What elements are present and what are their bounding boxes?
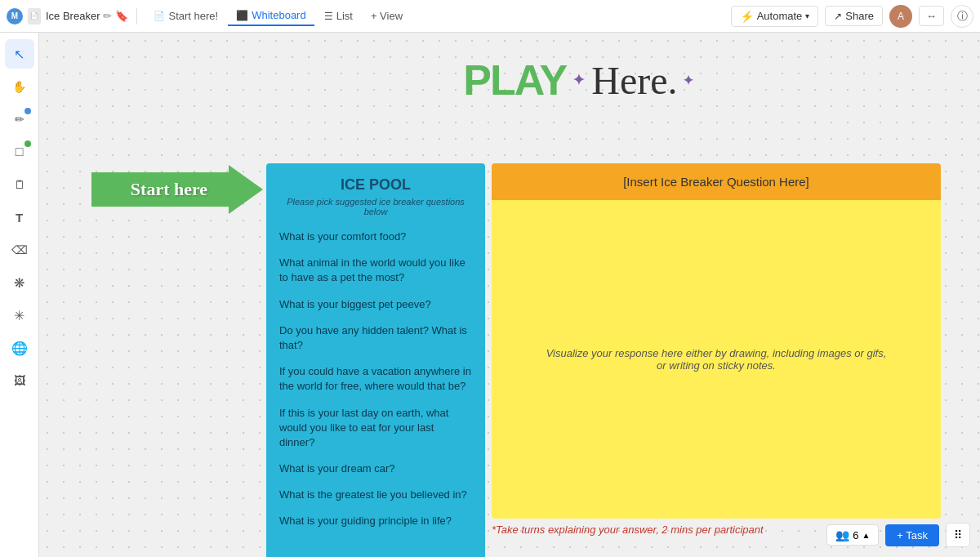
left-sidebar: ↖ ✋ ✏ □ 🗒 T ⌫ ❋ ✳ 🌐 🖼 bbox=[0, 33, 39, 557]
hand-icon: ✋ bbox=[12, 80, 26, 93]
apps-button[interactable]: ⠿ bbox=[946, 523, 970, 547]
sticky-tool[interactable]: 🗒 bbox=[5, 170, 34, 199]
info-icon: ⓘ bbox=[957, 9, 968, 24]
sticky-icon: 🗒 bbox=[14, 178, 25, 191]
start-here-arrow: Start here bbox=[91, 165, 263, 214]
nav-whiteboard[interactable]: ⬛ Whiteboard bbox=[228, 6, 314, 26]
task-button[interactable]: + Task bbox=[885, 524, 939, 546]
canvas-area[interactable]: PLAY ✦ Here. ✦ Start here ICE POOL Pleas… bbox=[39, 33, 980, 557]
effects-tool[interactable]: ✳ bbox=[5, 301, 34, 330]
start-here-icon: 📄 bbox=[154, 11, 165, 21]
deco-left-1: ✦ bbox=[572, 71, 585, 89]
file-name: Ice Breaker ✏ 🔖 bbox=[46, 10, 128, 22]
question-6: If this is your last day on earth, what … bbox=[279, 406, 472, 451]
apps-icon: ⠿ bbox=[954, 528, 962, 541]
avatar[interactable]: A bbox=[889, 5, 912, 28]
automate-icon: ⚡ bbox=[740, 10, 754, 23]
nav-list[interactable]: ☰ List bbox=[316, 7, 361, 25]
pen-dot bbox=[24, 108, 31, 114]
ice-pool-subtitle: Please pick suggested ice breaker questi… bbox=[279, 197, 472, 216]
automate-button[interactable]: ⚡ Automate ▾ bbox=[731, 6, 819, 27]
question-5: If you could have a vacation anywhere in… bbox=[279, 364, 472, 394]
bottom-right-controls: 👥 6 ▲ + Task ⠿ bbox=[826, 523, 970, 547]
hand-tool[interactable]: ✋ bbox=[5, 72, 34, 101]
topbar-right: ⚡ Automate ▾ ↗ Share A ↔ ⓘ bbox=[731, 5, 973, 28]
divider bbox=[136, 8, 137, 25]
participants-arrow: ▲ bbox=[862, 531, 870, 540]
share-button[interactable]: ↗ Share bbox=[825, 6, 883, 26]
top-nav: 📄 Start here! ⬛ Whiteboard ☰ List + View bbox=[145, 6, 411, 26]
shapes-icon: □ bbox=[16, 145, 24, 159]
main-area: ↖ ✋ ✏ □ 🗒 T ⌫ ❋ ✳ 🌐 🖼 bbox=[0, 33, 980, 557]
play-text: PLAY bbox=[463, 56, 566, 105]
response-body[interactable]: Visualize your response here either by d… bbox=[492, 200, 941, 519]
question-1: What is your comfort food? bbox=[279, 229, 472, 244]
eraser-tool[interactable]: ⌫ bbox=[5, 235, 34, 265]
whiteboard-icon: ⬛ bbox=[236, 10, 248, 21]
eraser-icon: ⌫ bbox=[11, 243, 28, 256]
question-4: Do you have any hidden talent? What is t… bbox=[279, 323, 472, 353]
here-text: Here. bbox=[591, 58, 677, 103]
play-here-title: PLAY ✦ Here. ✦ bbox=[463, 56, 694, 105]
start-here-label: Start here bbox=[131, 179, 207, 200]
response-hint: Visualize your response here either by d… bbox=[545, 347, 888, 372]
shapes-dot bbox=[24, 140, 31, 147]
fit-icon: ↔ bbox=[926, 10, 937, 22]
question-2: What animal in the world would you like … bbox=[279, 256, 472, 285]
nav-view[interactable]: + View bbox=[363, 7, 411, 25]
participants-button[interactable]: 👥 6 ▲ bbox=[826, 524, 879, 546]
ice-pool-card: ICE POOL Please pick suggested ice break… bbox=[266, 163, 485, 557]
globe-tool[interactable]: 🌐 bbox=[5, 333, 34, 363]
share-icon: ↗ bbox=[834, 11, 842, 22]
fit-button[interactable]: ↔ bbox=[919, 6, 944, 26]
question-8: What is the greatest lie you believed in… bbox=[279, 488, 472, 502]
cursor-icon: ↖ bbox=[14, 47, 24, 62]
text-tool[interactable]: T bbox=[5, 203, 34, 232]
topbar: M 📄 Ice Breaker ✏ 🔖 📄 Start here! ⬛ Whit… bbox=[0, 0, 980, 33]
participants-icon: 👥 bbox=[835, 528, 849, 541]
pen-icon: ✏ bbox=[15, 113, 24, 126]
participants-count: 6 bbox=[853, 529, 858, 541]
response-header[interactable]: [Insert Ice Breaker Question Here] bbox=[492, 163, 941, 200]
templates-tool[interactable]: ❋ bbox=[5, 268, 34, 297]
question-7: What is your dream car? bbox=[279, 461, 472, 476]
templates-icon: ❋ bbox=[14, 275, 24, 291]
response-card-wrapper: [Insert Ice Breaker Question Here] Visua… bbox=[492, 163, 941, 536]
ice-pool-title: ICE POOL bbox=[279, 176, 472, 194]
question-9: What is your guiding principle in life? bbox=[279, 514, 472, 528]
app-logo[interactable]: M bbox=[7, 8, 23, 25]
bookmark-icon[interactable]: 🔖 bbox=[115, 10, 128, 22]
media-tool[interactable]: 🖼 bbox=[5, 366, 34, 395]
list-icon: ☰ bbox=[324, 11, 333, 22]
effects-icon: ✳ bbox=[14, 308, 24, 323]
shapes-tool[interactable]: □ bbox=[5, 137, 34, 167]
nav-start-here[interactable]: 📄 Start here! bbox=[145, 7, 226, 25]
file-icon: 📄 bbox=[28, 8, 41, 25]
info-button[interactable]: ⓘ bbox=[951, 5, 973, 28]
globe-icon: 🌐 bbox=[11, 341, 28, 356]
question-3: What is your biggest pet peeve? bbox=[279, 297, 472, 312]
text-icon: T bbox=[16, 211, 23, 225]
automate-chevron: ▾ bbox=[805, 11, 809, 20]
edit-icon[interactable]: ✏ bbox=[103, 10, 112, 22]
media-icon: 🖼 bbox=[14, 374, 25, 387]
deco-right-1: ✦ bbox=[683, 73, 693, 88]
cursor-tool[interactable]: ↖ bbox=[5, 39, 34, 69]
pen-tool[interactable]: ✏ bbox=[5, 105, 34, 134]
